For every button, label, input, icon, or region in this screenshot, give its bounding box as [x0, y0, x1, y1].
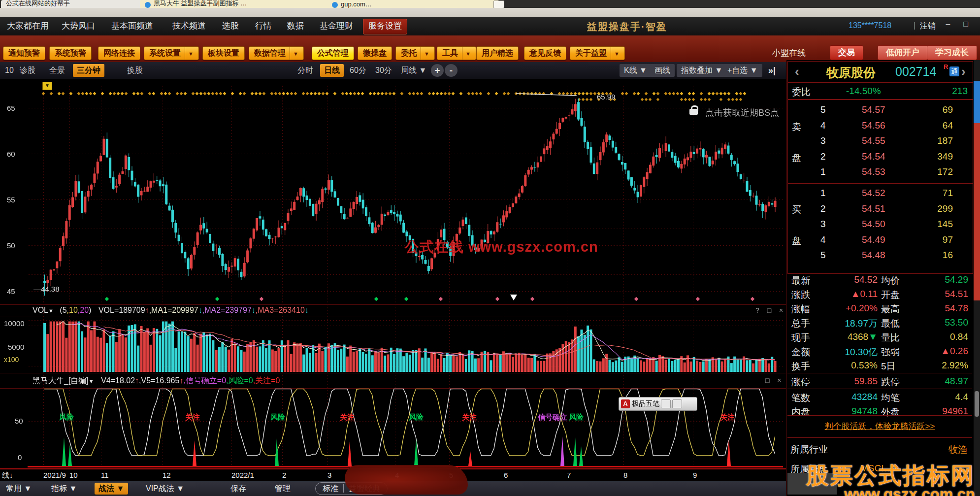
browser-tab-1[interactable]: 公式在线网站的好帮手: [1, 0, 143, 8]
chartbar-button-指数叠加[interactable]: 指数叠加 ▼: [677, 64, 727, 77]
menu-item-大家都在用[interactable]: 大家都在用: [2, 19, 54, 33]
toolbar-button-系统预警[interactable]: 系统预警: [49, 46, 92, 60]
toolbar-button-网络连接[interactable]: 网络连接: [98, 46, 140, 60]
toolbar-button-微操盘[interactable]: 微操盘: [358, 46, 392, 60]
stat-label: 最低: [881, 317, 900, 330]
pen-icon[interactable]: [661, 399, 671, 408]
toolbar-button-意见反馈[interactable]: 意见反馈: [524, 46, 566, 60]
vol-panel-icons[interactable]: ? □ ×: [755, 306, 786, 314]
stats-row-总手: 总手18.97万最低53.50: [787, 316, 972, 330]
chevron-down-icon[interactable]: ▼: [421, 47, 429, 60]
stats-row-换手: 换手0.53%5日2.92%: [787, 359, 972, 373]
book-price: 54.57: [862, 104, 885, 115]
bottombar-item-管理[interactable]: 管理: [271, 483, 294, 495]
toolbar-button-用户精选[interactable]: 用户精选: [476, 46, 519, 60]
period-tab-周线[interactable]: 周线 ▼: [397, 64, 430, 77]
browser-tab-2[interactable]: 黑马大牛 益盟操盘手副图指标 …: [140, 0, 331, 8]
timeline-month-10: 10: [69, 471, 78, 479]
indicator-panel-header: 黑马大牛_[自编]▼ V4=18.02↑,V5=16.965↑,信号确立=0,风…: [33, 376, 280, 386]
toolbar-button-委托[interactable]: 委托▼: [395, 46, 435, 60]
ime-mode-icon[interactable]: A: [621, 399, 630, 408]
chartbar-item-三分钟[interactable]: 三分钟: [73, 64, 104, 77]
menu-item-基金理财[interactable]: 基金理财: [315, 19, 358, 33]
bottombar-item-指标[interactable]: 指标 ▼: [47, 483, 81, 495]
maximize-button[interactable]: □: [959, 20, 972, 29]
menu-item-基本面频道[interactable]: 基本面频道: [106, 19, 158, 33]
toolbar-button-系统设置[interactable]: 系统设置▼: [144, 46, 199, 60]
period-tab-60分[interactable]: 60分: [346, 64, 370, 77]
bottombar-item-保存[interactable]: 保存: [227, 483, 250, 495]
promo-link[interactable]: 判个股活跃，体验龙腾活跃>>: [825, 422, 935, 431]
chartbar-item-全景[interactable]: 全景: [45, 64, 69, 77]
bottombar-item-战法[interactable]: 战法 ▼: [95, 483, 128, 495]
zoom-out-button[interactable]: -: [445, 64, 457, 77]
bottombar-item-常用[interactable]: 常用 ▼: [2, 483, 35, 495]
chevron-down-icon[interactable]: ▼: [48, 308, 54, 314]
industry-value[interactable]: 牧渔: [948, 443, 967, 456]
style-standard[interactable]: 标准: [318, 484, 344, 493]
menu-item-行情[interactable]: 行情: [250, 19, 277, 33]
period-tab-日线[interactable]: 日线: [320, 64, 344, 77]
vol-title[interactable]: VOL: [33, 306, 48, 314]
toolbar-button-通知预警[interactable]: 通知预警: [3, 46, 45, 60]
chevron-down-icon[interactable]: ▼: [611, 47, 620, 60]
trade-button[interactable]: 交易: [830, 45, 863, 60]
menu-item-技术频道[interactable]: 技术频道: [167, 19, 211, 33]
chevron-down-icon[interactable]: ▼: [89, 378, 94, 384]
chartbar-button-+自选[interactable]: +自选 ▼: [723, 64, 762, 77]
menu-item-大势风口[interactable]: 大势风口: [57, 19, 100, 33]
next-stock-button[interactable]: ›: [961, 64, 966, 79]
indicator-v4: V4=18.02: [101, 376, 135, 385]
page-scroll-strip[interactable]: [974, 60, 980, 496]
skip-to-end-icon[interactable]: »|: [768, 66, 776, 76]
menu-item-服务设置[interactable]: 服务设置: [363, 19, 407, 34]
minimize-button[interactable]: –: [942, 20, 954, 29]
chartbar-button-画线[interactable]: 画线: [650, 64, 675, 77]
indicator-panel-icons[interactable]: □ ×: [765, 376, 784, 384]
stat-value-均价: 54.29: [945, 274, 968, 285]
open-account-button[interactable]: 低佣开户: [878, 45, 928, 60]
toolbar-button-板块设置[interactable]: 板块设置: [202, 46, 245, 60]
stats-divider: [787, 373, 972, 373]
input-method-bar[interactable]: A 极品五笔: [619, 397, 697, 411]
new-tab-button[interactable]: [493, 0, 504, 8]
sell-pan-label: 盘: [792, 152, 801, 165]
toolbar-button-工具[interactable]: 工具▼: [437, 46, 476, 60]
online-status[interactable]: 小盟在线: [772, 47, 806, 59]
period-tab-30分[interactable]: 30分: [371, 64, 396, 77]
chartbar-item-10[interactable]: 10: [1, 64, 18, 77]
prev-stock-button[interactable]: ‹: [795, 64, 799, 79]
toolbar-button-数据管理[interactable]: 数据管理▼: [249, 46, 304, 60]
book-volume: 97: [943, 234, 953, 245]
scrollbar-thumb[interactable]: [975, 391, 979, 417]
chart-dropdown-button[interactable]: ▼: [42, 82, 52, 90]
indicator-title[interactable]: 黑马大牛_[自编]: [33, 376, 89, 385]
chevron-down-icon[interactable]: ▼: [185, 47, 194, 60]
bottombar-item-VIP战法[interactable]: VIP战法 ▼: [142, 483, 188, 495]
period-tab-分时[interactable]: 分时: [294, 64, 317, 77]
chart-watermark: 公式在线 www.gszx.com.cn: [405, 237, 598, 257]
timeline-month-2: 2: [282, 471, 286, 479]
book-row-sell-3: 354.55187: [788, 134, 973, 149]
learn-button[interactable]: 学习成长: [927, 45, 977, 60]
toolbar-button-关于益盟[interactable]: 关于益盟▼: [570, 46, 625, 60]
bs-points-hint[interactable]: 点击获取近期BS点: [705, 107, 779, 119]
tab-favicon-icon: [332, 2, 338, 8]
chartbar-item-诊股[interactable]: 诊股: [16, 64, 39, 77]
weibi-value: -14.50%: [846, 86, 881, 97]
chartbar-button-K线[interactable]: K线 ▼: [620, 64, 652, 77]
zoom-in-button[interactable]: +: [431, 64, 444, 77]
chartbar-item-换股[interactable]: 换股: [123, 64, 147, 77]
keyboard-icon[interactable]: [672, 399, 682, 408]
menu-item-选股[interactable]: 选股: [217, 19, 244, 33]
menu-item-数据[interactable]: 数据: [282, 19, 309, 33]
chevron-down-icon[interactable]: ▼: [462, 47, 471, 60]
browser-tab-3[interactable]: gup.com…: [327, 0, 499, 8]
price-axis-label-65: 65: [7, 104, 15, 112]
chevron-down-icon[interactable]: ▼: [290, 47, 298, 60]
quote-panel: ‹ 牧原股份 002714 R 通 › 委比 -14.50% 213 554.5…: [786, 60, 974, 496]
toolbar-button-公式管理[interactable]: 公式管理: [312, 46, 354, 60]
browser-tab-strip: 公式在线网站的好帮手 黑马大牛 益盟操盘手副图指标 … gup.com…: [0, 0, 980, 8]
logout-link[interactable]: 注销: [920, 21, 936, 32]
stat-label: 涨跌: [791, 289, 810, 301]
